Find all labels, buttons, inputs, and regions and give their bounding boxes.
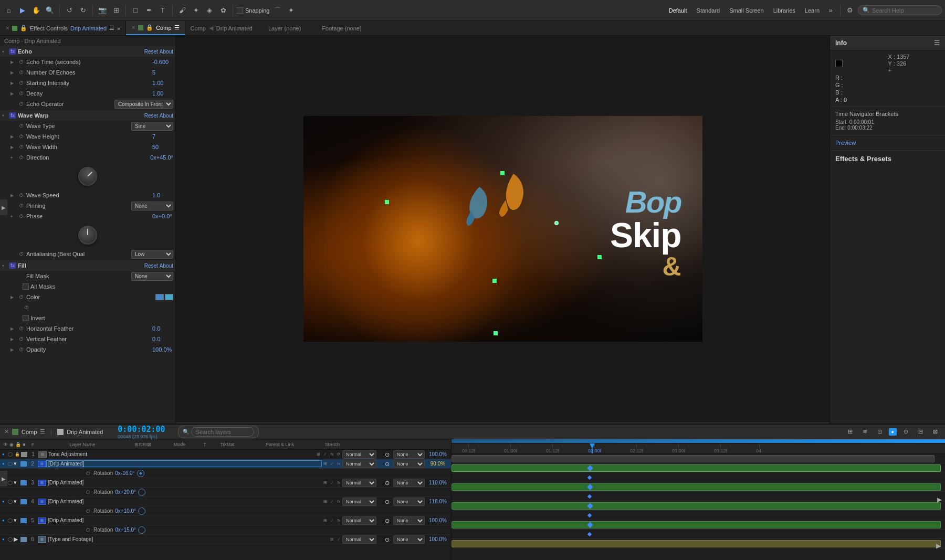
tl-icon-live[interactable]: ● bbox=[889, 428, 897, 436]
wave-warp-about[interactable]: About bbox=[160, 113, 173, 119]
invert-checkbox[interactable] bbox=[23, 315, 29, 321]
fill-reset[interactable]: Reset bbox=[144, 263, 158, 269]
op-value[interactable]: 100.0% bbox=[152, 346, 173, 353]
layer-2-parent[interactable]: None bbox=[393, 460, 425, 468]
layer-3-sw2[interactable]: ∕ bbox=[329, 479, 335, 486]
layer-5-parent[interactable]: None bbox=[393, 516, 425, 525]
rectangle-tool-icon[interactable]: □ bbox=[130, 5, 141, 16]
tl-tab-label[interactable]: Comp bbox=[22, 429, 37, 435]
snap-target-icon[interactable]: ✦ bbox=[286, 5, 297, 16]
layer-5-vis[interactable]: ● bbox=[0, 517, 7, 524]
info-menu-icon[interactable]: ☰ bbox=[934, 39, 940, 47]
layer-2-vis[interactable]: ● bbox=[0, 460, 7, 467]
layer-5-rot-keyframe[interactable] bbox=[138, 526, 145, 534]
layer-2-solo[interactable]: ◯ bbox=[7, 460, 14, 467]
snapping-checkbox[interactable] bbox=[237, 7, 243, 14]
layer-2[interactable]: ● ◯ ▾ 2 ⊞ [Drip Animated] ⊞ ∕ fx Normal … bbox=[0, 459, 451, 469]
layer-4-rot-val[interactable]: 0x+10.0° bbox=[115, 508, 136, 514]
home-icon[interactable]: ⌂ bbox=[3, 5, 15, 16]
layer-1-parent[interactable]: None bbox=[393, 450, 425, 459]
tl-icon-settings2[interactable]: ⊟ bbox=[915, 426, 926, 438]
comp-tab[interactable]: ✕ 🔒 Comp ☰ bbox=[126, 21, 185, 35]
layer-3-sw1[interactable]: ⊞ bbox=[322, 479, 329, 486]
layer-6[interactable]: ● ◯ ▶ 6 ⊞ [Type and Footage] ⊞ ∕ Normal … bbox=[0, 535, 451, 544]
direction-dial[interactable] bbox=[75, 163, 101, 190]
tl-nav-bar[interactable] bbox=[452, 439, 945, 443]
comp-breadcrumb-layer[interactable]: Drip Animated bbox=[216, 25, 253, 31]
layer-1-sw3[interactable]: fx bbox=[329, 451, 335, 458]
layer-4-rot-keyframe[interactable] bbox=[138, 508, 145, 515]
hf-value[interactable]: 0.0 bbox=[152, 325, 173, 332]
layer-2-sw1[interactable]: ⊞ bbox=[322, 460, 329, 467]
layer-4-expand[interactable]: ▾ bbox=[14, 498, 20, 505]
layer-4-solo[interactable]: ◯ bbox=[7, 498, 14, 505]
color-swatch-cyan[interactable] bbox=[165, 294, 173, 300]
echo-header[interactable]: ▾ fx Echo Reset About bbox=[0, 46, 175, 57]
effect-controls-close[interactable]: ✕ bbox=[5, 25, 9, 31]
layer-1-mode[interactable]: Normal bbox=[342, 450, 376, 459]
layer-2-expand[interactable]: ▾ bbox=[14, 460, 20, 467]
tl-icon-camera[interactable]: ⊙ bbox=[900, 426, 911, 438]
workspace-learn[interactable]: Learn bbox=[801, 6, 824, 15]
echo-intensity-value[interactable]: 1.00 bbox=[152, 80, 173, 86]
layer-3-expand[interactable]: ▾ bbox=[14, 479, 20, 486]
workspace-small-screen[interactable]: Small Screen bbox=[725, 6, 768, 15]
tl-timecode[interactable]: 0:00:02:00 bbox=[118, 425, 165, 434]
echo-op-dropdown[interactable]: Composite In Front bbox=[114, 100, 173, 109]
layer-4-sw2[interactable]: ∕ bbox=[329, 498, 335, 505]
layer-5-mode[interactable]: Normal bbox=[342, 516, 376, 525]
pen-tool-icon[interactable]: ✒ bbox=[143, 5, 155, 16]
layer-1-solo[interactable]: ◯ bbox=[7, 451, 14, 458]
tl-icon-motion[interactable]: ⊡ bbox=[874, 426, 886, 438]
fill-header[interactable]: ▾ fx Fill Reset About bbox=[0, 260, 175, 271]
workspace-libraries[interactable]: Libraries bbox=[769, 6, 800, 15]
layer-1-sw2[interactable]: ∕ bbox=[322, 451, 329, 458]
chevron-expand[interactable]: » bbox=[117, 25, 120, 31]
layer-4-mode[interactable]: Normal bbox=[342, 498, 376, 506]
layer-3-mode[interactable]: Normal bbox=[342, 479, 376, 487]
layer-6-sw1[interactable]: ⊞ bbox=[329, 536, 335, 543]
snap-options-icon[interactable]: ⌒ bbox=[272, 5, 284, 16]
selection-tool-icon[interactable]: ▶ bbox=[17, 5, 28, 16]
fill-about[interactable]: About bbox=[160, 263, 173, 269]
hand-tool-icon[interactable]: ✋ bbox=[30, 5, 42, 16]
wh-value[interactable]: 7 bbox=[152, 133, 173, 140]
settings-icon[interactable]: ⚙ bbox=[844, 5, 856, 16]
layer-1[interactable]: ● ◯ 🔒 1 ⊟ Tone Adjustment ⊞ ∕ fx ⟳ Norma… bbox=[0, 450, 451, 459]
layer-1-vis[interactable]: ● bbox=[0, 451, 7, 458]
echo-about[interactable]: About bbox=[160, 49, 173, 55]
layer-4-sw3[interactable]: fx bbox=[335, 498, 342, 505]
wave-warp-header[interactable]: ▾ fx Wave Warp Reset About bbox=[0, 110, 175, 121]
layer-4-vis[interactable]: ● bbox=[0, 498, 7, 505]
layer-5-solo[interactable]: ◯ bbox=[7, 517, 14, 524]
redo-icon[interactable]: ↻ bbox=[77, 5, 89, 16]
pinning-dropdown[interactable]: None bbox=[131, 202, 173, 210]
phase-dial[interactable] bbox=[78, 226, 97, 245]
tl-bottom-expand[interactable]: ▶ bbox=[936, 542, 941, 550]
layer-3[interactable]: ● ◯ ▾ 3 ⊞ [Drip Animated] ⊞ ∕ fx Normal … bbox=[0, 478, 451, 488]
layer-3-sw3[interactable]: fx bbox=[335, 479, 342, 486]
echo-decay-value[interactable]: 1.00 bbox=[152, 90, 173, 97]
vf-value[interactable]: 0.0 bbox=[152, 336, 173, 342]
grid-icon[interactable]: ⊞ bbox=[110, 5, 122, 16]
eraser-tool-icon[interactable]: ◈ bbox=[204, 5, 215, 16]
comp-breadcrumb-comp[interactable]: Comp bbox=[191, 25, 206, 31]
tl-icon-graph[interactable]: ≋ bbox=[859, 426, 871, 438]
left-expand-arrow-top[interactable]: ▶ bbox=[0, 199, 7, 215]
tl-tab-menu[interactable]: ☰ bbox=[40, 428, 45, 435]
layer-3-parent[interactable]: None bbox=[393, 479, 425, 487]
camera-icon[interactable]: 📷 bbox=[97, 5, 108, 16]
wave-warp-reset[interactable]: Reset bbox=[144, 113, 158, 119]
workspace-standard[interactable]: Standard bbox=[692, 6, 724, 15]
effect-controls-menu-icon[interactable]: ☰ bbox=[109, 25, 114, 31]
tl-search-input[interactable] bbox=[191, 427, 254, 437]
effects-presets-link[interactable]: Effects & Presets bbox=[835, 155, 940, 163]
tl-icon-compose[interactable]: ⊠ bbox=[929, 426, 941, 438]
layer-5[interactable]: ● ◯ ▾ 5 ⊞ [Drip Animated] ⊞ ∕ fx Normal … bbox=[0, 516, 451, 525]
puppet-tool-icon[interactable]: ✿ bbox=[217, 5, 229, 16]
tl-icon-stagger[interactable]: ⊞ bbox=[845, 426, 856, 438]
layer-2-mode[interactable]: Normal bbox=[342, 460, 376, 468]
preview-link[interactable]: Preview bbox=[835, 140, 940, 146]
comp-tab-menu[interactable]: ☰ bbox=[174, 24, 180, 31]
layer-3-rot-val[interactable]: 0x+20.0° bbox=[115, 489, 136, 495]
